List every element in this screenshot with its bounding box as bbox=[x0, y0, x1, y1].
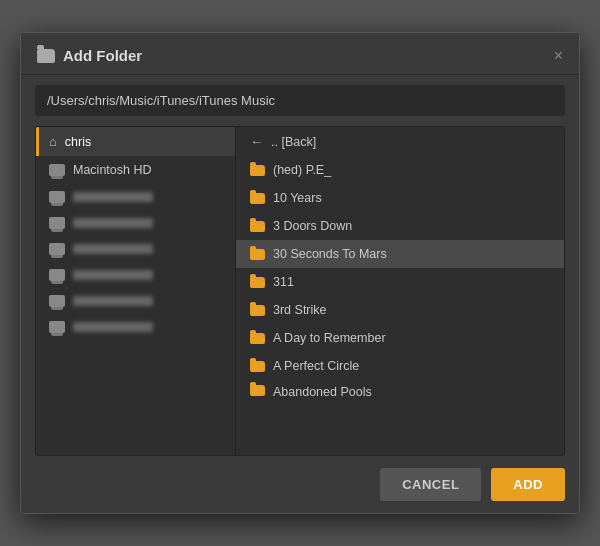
sidebar-item-drive6[interactable] bbox=[36, 288, 235, 314]
dialog-footer: CANCEL ADD bbox=[21, 456, 579, 513]
sidebar-item-label bbox=[73, 244, 153, 254]
right-panel: ← .. [Back] (hed) P.E_ 10 Years 3 Doors … bbox=[236, 127, 564, 455]
sidebar-item-drive4[interactable] bbox=[36, 236, 235, 262]
sidebar-item-label bbox=[73, 296, 153, 306]
dialog-title-text: Add Folder bbox=[63, 47, 142, 64]
close-button[interactable]: × bbox=[554, 48, 563, 64]
sidebar-item-drive3[interactable] bbox=[36, 210, 235, 236]
drive-icon bbox=[49, 217, 65, 229]
folder-item-label: 311 bbox=[273, 275, 294, 289]
sidebar-item-chris[interactable]: ⌂ chris bbox=[36, 127, 235, 156]
folder-item-10-years[interactable]: 10 Years bbox=[236, 184, 564, 212]
folder-item-a-day-to-remember[interactable]: A Day to Remember bbox=[236, 324, 564, 352]
drive-icon bbox=[49, 243, 65, 255]
left-panel: ⌂ chris Macintosh HD bbox=[36, 127, 236, 455]
folder-item-label: 30 Seconds To Mars bbox=[273, 247, 387, 261]
sidebar-item-label bbox=[73, 270, 153, 280]
sidebar-item-label: Macintosh HD bbox=[73, 163, 152, 177]
folder-icon bbox=[250, 277, 265, 288]
sidebar-item-label bbox=[73, 192, 153, 202]
folder-icon bbox=[250, 385, 265, 396]
folder-icon bbox=[37, 49, 55, 63]
folder-item-abandoned-pools[interactable]: Abandoned Pools bbox=[236, 380, 564, 398]
folder-item-3-doors-down[interactable]: 3 Doors Down bbox=[236, 212, 564, 240]
folder-item-label: A Day to Remember bbox=[273, 331, 386, 345]
folder-item-label: 3 Doors Down bbox=[273, 219, 352, 233]
folder-item-label: .. [Back] bbox=[271, 135, 316, 149]
folder-icon bbox=[250, 305, 265, 316]
sidebar-item-label bbox=[73, 322, 153, 332]
drive-icon bbox=[49, 191, 65, 203]
sidebar-item-drive2[interactable] bbox=[36, 184, 235, 210]
folder-item-label: A Perfect Circle bbox=[273, 359, 359, 373]
sidebar-item-label: chris bbox=[65, 135, 91, 149]
drive-icon bbox=[49, 164, 65, 176]
back-arrow-icon: ← bbox=[250, 134, 263, 149]
folder-item-back[interactable]: ← .. [Back] bbox=[236, 127, 564, 156]
add-button[interactable]: ADD bbox=[491, 468, 565, 501]
folder-item-30-seconds-to-mars[interactable]: 30 Seconds To Mars bbox=[236, 240, 564, 268]
folder-item-label: 3rd Strike bbox=[273, 303, 327, 317]
folder-item-hed-pe[interactable]: (hed) P.E_ bbox=[236, 156, 564, 184]
sidebar-item-macintosh-hd[interactable]: Macintosh HD bbox=[36, 156, 235, 184]
drive-icon bbox=[49, 321, 65, 333]
folder-icon bbox=[250, 249, 265, 260]
folder-icon bbox=[250, 193, 265, 204]
folder-item-label: (hed) P.E_ bbox=[273, 163, 331, 177]
add-folder-dialog: Add Folder × /Users/chris/Music/iTunes/i… bbox=[20, 32, 580, 514]
dialog-title: Add Folder bbox=[37, 47, 142, 64]
folder-icon bbox=[250, 221, 265, 232]
path-bar: /Users/chris/Music/iTunes/iTunes Music bbox=[35, 85, 565, 116]
folder-icon bbox=[250, 165, 265, 176]
drive-icon bbox=[49, 269, 65, 281]
sidebar-item-label bbox=[73, 218, 153, 228]
folder-item-label: Abandoned Pools bbox=[273, 385, 372, 398]
cancel-button[interactable]: CANCEL bbox=[380, 468, 481, 501]
folder-icon bbox=[250, 333, 265, 344]
home-icon: ⌂ bbox=[49, 134, 57, 149]
folder-item-label: 10 Years bbox=[273, 191, 322, 205]
folder-item-3rd-strike[interactable]: 3rd Strike bbox=[236, 296, 564, 324]
sidebar-item-drive7[interactable] bbox=[36, 314, 235, 340]
dialog-header: Add Folder × bbox=[21, 33, 579, 75]
folder-item-a-perfect-circle[interactable]: A Perfect Circle bbox=[236, 352, 564, 380]
folder-item-311[interactable]: 311 bbox=[236, 268, 564, 296]
browser-area: ⌂ chris Macintosh HD bbox=[35, 126, 565, 456]
drive-icon bbox=[49, 295, 65, 307]
folder-icon bbox=[250, 361, 265, 372]
sidebar-item-drive5[interactable] bbox=[36, 262, 235, 288]
